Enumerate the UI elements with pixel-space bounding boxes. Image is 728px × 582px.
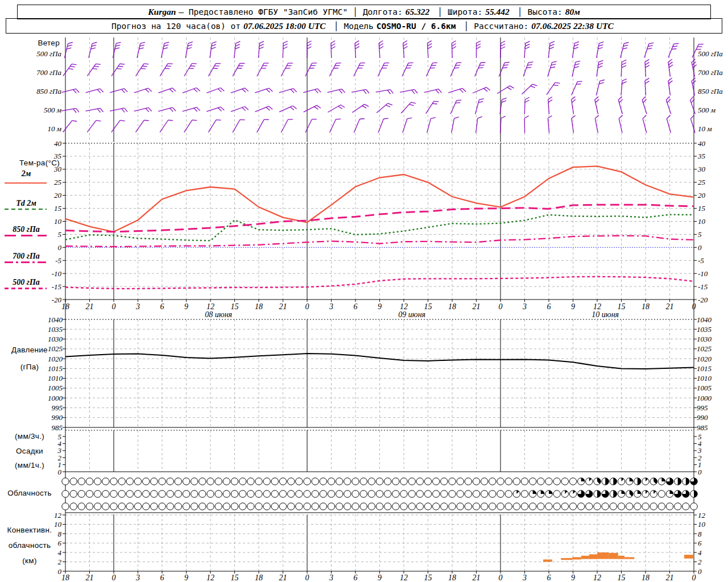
svg-text:18: 18: [448, 302, 456, 311]
svg-text:40: 40: [54, 139, 62, 148]
svg-text:500 м: 500 м: [698, 106, 715, 114]
svg-text:21: 21: [279, 573, 287, 582]
svg-text:6: 6: [547, 573, 551, 582]
legend-700-label: 700 гПа: [0, 252, 52, 261]
svg-text:990: 990: [697, 413, 708, 422]
svg-text:985: 985: [52, 423, 63, 432]
svg-text:1020: 1020: [48, 355, 63, 363]
svg-text:18: 18: [61, 573, 69, 582]
svg-text:3: 3: [329, 573, 333, 582]
svg-text:8: 8: [698, 530, 702, 538]
svg-text:12: 12: [593, 573, 601, 582]
svg-text:0: 0: [305, 573, 309, 582]
svg-text:3: 3: [135, 302, 140, 311]
svg-text:6: 6: [354, 302, 358, 311]
svg-text:0: 0: [305, 302, 309, 311]
svg-text:0: 0: [58, 243, 62, 252]
svg-text:-10: -10: [698, 269, 708, 278]
svg-text:12: 12: [400, 302, 408, 311]
convective-panel-title-2: облачность: [0, 541, 59, 550]
svg-text:6: 6: [547, 302, 551, 311]
svg-text:1005: 1005: [697, 384, 712, 392]
svg-text:0: 0: [698, 468, 702, 476]
legend-td2m-line: [5, 209, 47, 210]
svg-text:3: 3: [329, 302, 333, 311]
svg-text:500 гПа: 500 гПа: [698, 49, 723, 58]
precip-units-1h: (мм/1ч.): [0, 461, 59, 469]
legend-850-label: 850 гПа: [0, 225, 52, 234]
svg-text:09 июня: 09 июня: [398, 310, 425, 319]
svg-text:1040: 1040: [697, 315, 712, 324]
svg-text:-5: -5: [55, 256, 61, 265]
separator: │: [518, 7, 523, 16]
cloud-panel-title: Облачность: [0, 489, 59, 497]
svg-text:850 гПа: 850 гПа: [698, 87, 723, 95]
svg-text:0: 0: [112, 302, 116, 311]
svg-text:0: 0: [692, 573, 696, 582]
svg-text:12: 12: [54, 511, 62, 519]
svg-text:500 гПа: 500 гПа: [36, 49, 61, 58]
svg-text:18: 18: [255, 573, 263, 582]
svg-text:10: 10: [698, 520, 706, 529]
svg-text:1030: 1030: [697, 335, 712, 343]
legend-t2m-label: 2м: [0, 169, 52, 178]
svg-text:990: 990: [52, 413, 63, 422]
svg-text:0: 0: [698, 567, 702, 576]
svg-text:500 м: 500 м: [44, 106, 61, 114]
svg-text:-5: -5: [698, 256, 704, 265]
svg-text:12: 12: [400, 573, 408, 582]
separator: │: [437, 7, 442, 16]
model-name: COSMO-RU / 6.6км: [377, 22, 456, 31]
svg-text:850 гПа: 850 гПа: [36, 87, 61, 95]
svg-text:3: 3: [522, 573, 527, 582]
svg-text:-15: -15: [52, 282, 62, 291]
svg-text:9: 9: [184, 573, 188, 582]
svg-text:9: 9: [378, 302, 382, 311]
svg-text:-15: -15: [698, 282, 708, 291]
forecast-prefix: Прогноз на 120 часа(ов) от: [111, 22, 241, 31]
svg-text:21: 21: [666, 302, 674, 311]
svg-text:0: 0: [692, 302, 696, 311]
svg-text:35: 35: [697, 152, 706, 160]
svg-text:18: 18: [255, 302, 263, 311]
svg-text:6: 6: [698, 539, 702, 547]
latitude-label: Широта:: [448, 7, 482, 16]
header-line-2: Прогноз на 120 часа(ов) от 07.06.2025 18…: [6, 18, 722, 34]
pressure-panel-units: (гПа): [0, 363, 59, 371]
longitude-label: Долгота:: [363, 7, 403, 16]
legend-500-line: [5, 288, 47, 289]
svg-text:20: 20: [54, 191, 62, 199]
svg-text:995: 995: [52, 404, 63, 412]
legend-t2m-line: [5, 182, 47, 184]
svg-text:12: 12: [593, 302, 601, 311]
svg-text:9: 9: [378, 573, 382, 582]
calculated-time: 07.06.2025 22:38 UTC: [531, 21, 614, 31]
provided-by: — Предоставлено ФГБУ "ЗапСиб УГМС": [179, 7, 348, 16]
legend-850-line: [5, 235, 47, 236]
longitude-value: 65.322: [406, 7, 430, 17]
svg-text:15: 15: [231, 302, 239, 311]
svg-text:21: 21: [473, 573, 481, 582]
svg-text:-20: -20: [698, 296, 708, 304]
svg-text:3: 3: [135, 573, 140, 582]
svg-text:700 гПа: 700 гПа: [36, 68, 61, 77]
svg-text:0: 0: [112, 573, 116, 582]
calculated-label: Рассчитано:: [474, 22, 528, 31]
svg-text:21: 21: [666, 573, 674, 582]
svg-text:12: 12: [206, 302, 214, 311]
svg-text:18: 18: [448, 573, 456, 582]
svg-text:0: 0: [499, 302, 503, 311]
svg-text:10: 10: [698, 217, 706, 226]
wind-panel-title: Ветер: [1, 39, 60, 47]
convective-panel-title-1: Конвективн.: [0, 526, 59, 534]
svg-text:15: 15: [424, 302, 432, 311]
svg-text:6: 6: [160, 302, 164, 311]
svg-text:30: 30: [697, 165, 706, 173]
latitude-value: 55.442: [485, 7, 510, 17]
svg-text:21: 21: [473, 302, 481, 311]
svg-text:15: 15: [618, 573, 626, 582]
svg-text:-10: -10: [52, 269, 62, 278]
svg-text:21: 21: [86, 573, 94, 582]
svg-text:1010: 1010: [697, 374, 712, 383]
svg-text:18: 18: [642, 573, 650, 582]
